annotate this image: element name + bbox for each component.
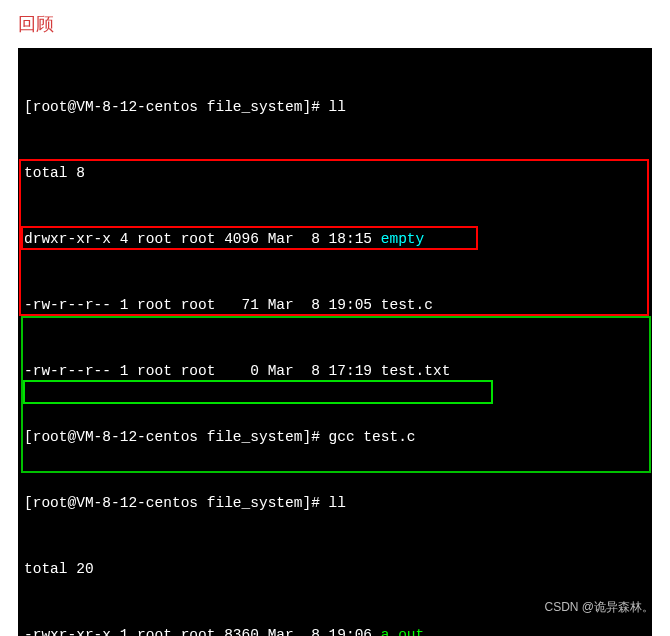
terminal-block-main: [root@VM-8-12-centos file_system]# ll to…: [18, 48, 652, 636]
term-line: [root@VM-8-12-centos file_system]# ll: [24, 492, 646, 514]
exec-name: a.out: [381, 627, 425, 636]
term-line: -rw-r--r-- 1 root root 0 Mar 8 17:19 tes…: [24, 360, 646, 382]
term-line: drwxr-xr-x 4 root root 4096 Mar 8 18:15 …: [24, 228, 646, 250]
section-heading: 回顾: [18, 12, 652, 36]
term-line: [root@VM-8-12-centos file_system]# gcc t…: [24, 426, 646, 448]
highlight-inner-green: [23, 380, 493, 404]
term-line: -rwxr-xr-x 1 root root 8360 Mar 8 19:06 …: [24, 624, 646, 636]
term-line: [root@VM-8-12-centos file_system]# ll: [24, 96, 646, 118]
term-line: total 8: [24, 162, 646, 184]
perm-text: drwxr-xr-x 4 root root 4096 Mar 8 18:15: [24, 231, 381, 247]
dir-name: empty: [381, 231, 425, 247]
highlight-box-green: [21, 316, 651, 473]
term-line: -rw-r--r-- 1 root root 71 Mar 8 19:05 te…: [24, 294, 646, 316]
term-line: total 20: [24, 558, 646, 580]
perm-text: -rwxr-xr-x 1 root root 8360 Mar 8 19:06: [24, 627, 381, 636]
watermark-text: CSDN @诡异森林。: [544, 599, 654, 616]
